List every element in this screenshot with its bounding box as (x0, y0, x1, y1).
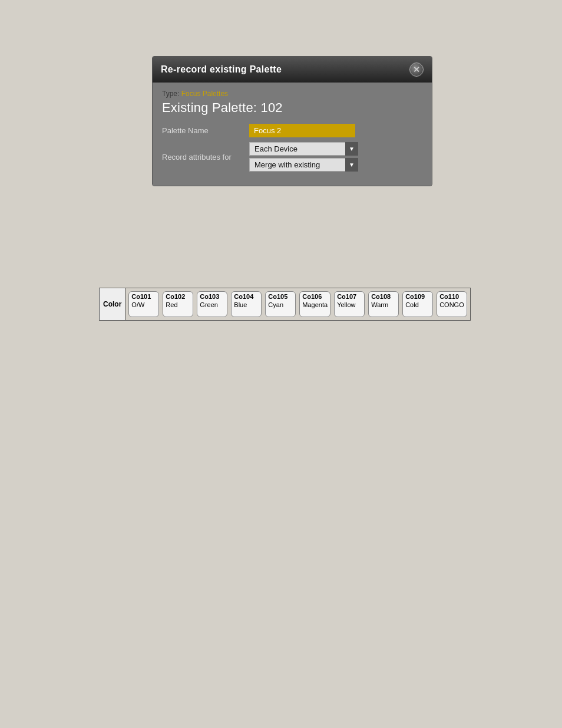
palette-cell[interactable]: Co102Red (163, 291, 193, 317)
record-attributes-label: Record attributes for (162, 153, 249, 162)
each-device-dropdown[interactable]: Each Device (249, 142, 358, 156)
palette-cell[interactable]: Co105Cyan (265, 291, 296, 317)
palette-name-row: Palette Name (162, 124, 422, 137)
dialog-titlebar: Re-record existing Palette ✕ (153, 57, 432, 83)
merge-dropdown-wrapper: Merge with existing (249, 158, 358, 172)
palette-cell-id: Co106 (302, 293, 328, 300)
palette-name-label: Palette Name (162, 126, 249, 135)
palette-cell[interactable]: Co104Blue (231, 291, 262, 317)
palette-cells-container: Co101O/WCo102RedCo103GreenCo104BlueCo105… (125, 288, 470, 320)
palette-cell-name: Cold (405, 301, 430, 308)
merge-dropdown[interactable]: Merge with existing (249, 158, 358, 172)
palette-cell-id: Co102 (166, 293, 190, 300)
color-label: Color (103, 300, 121, 308)
existing-palette-title: Existing Palette: 102 (162, 100, 422, 116)
palette-cell-name: Warm (371, 301, 396, 308)
palette-cell-id: Co101 (131, 293, 156, 300)
dialog-body: Type: Focus Palettes Existing Palette: 1… (153, 83, 432, 186)
record-attributes-row: Record attributes for Each Device Merge … (162, 142, 422, 172)
palette-cell-name: Cyan (268, 301, 293, 308)
palette-cell-name: CONGO (439, 301, 464, 308)
color-palette-table: Color Co101O/WCo102RedCo103GreenCo104Blu… (99, 288, 471, 321)
palette-cell[interactable]: Co101O/W (128, 291, 159, 317)
close-icon: ✕ (413, 65, 420, 74)
color-header-cell: Color (100, 288, 125, 320)
each-device-dropdown-wrapper: Each Device (249, 142, 358, 156)
type-label-text: Type: (162, 90, 179, 98)
palette-cell[interactable]: Co110CONGO (437, 291, 467, 317)
palette-cell-id: Co110 (439, 293, 464, 300)
palette-cell-name: Magenta (302, 301, 328, 308)
type-row: Type: Focus Palettes (162, 90, 422, 98)
dialog-title: Re-record existing Palette (161, 64, 282, 75)
palette-cell-id: Co109 (405, 293, 430, 300)
palette-cell-name: Blue (234, 301, 259, 308)
palette-cell-name: O/W (131, 301, 156, 308)
palette-cell-id: Co108 (371, 293, 396, 300)
palette-cell-id: Co107 (337, 293, 362, 300)
palette-cell-id: Co105 (268, 293, 293, 300)
close-button[interactable]: ✕ (409, 62, 424, 77)
palette-cell-name: Green (200, 301, 224, 308)
type-value: Focus Palettes (181, 90, 228, 98)
palette-cell-name: Red (166, 301, 190, 308)
palette-cell[interactable]: Co103Green (197, 291, 227, 317)
palette-cell[interactable]: Co106Magenta (299, 291, 330, 317)
palette-cell-id: Co104 (234, 293, 259, 300)
palette-cell-name: Yellow (337, 301, 362, 308)
palette-cell[interactable]: Co108Warm (368, 291, 399, 317)
rerecord-palette-dialog: Re-record existing Palette ✕ Type: Focus… (152, 56, 432, 186)
palette-cell[interactable]: Co107Yellow (334, 291, 365, 317)
palette-name-input[interactable] (249, 124, 355, 137)
palette-cell[interactable]: Co109Cold (402, 291, 433, 317)
palette-cell-id: Co103 (200, 293, 224, 300)
